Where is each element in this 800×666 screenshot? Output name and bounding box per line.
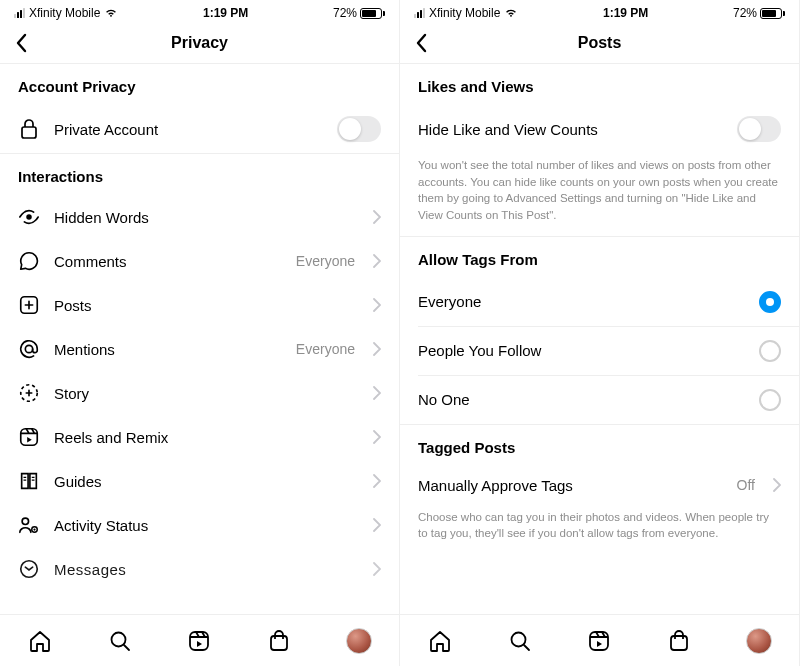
page-title: Posts [578, 34, 622, 52]
profile-avatar [346, 628, 372, 654]
svg-rect-15 [671, 636, 687, 650]
bottom-nav [0, 614, 399, 666]
svg-rect-14 [590, 632, 608, 650]
chevron-right-icon [373, 254, 381, 268]
phone-posts: Xfinity Mobile 1:19 PM 72% Posts Likes a… [400, 0, 800, 666]
hide-counts-help: You won't see the total number of likes … [400, 153, 799, 236]
nav-profile[interactable] [346, 628, 372, 654]
chevron-right-icon [773, 478, 781, 492]
tags-noone-row[interactable]: No One [400, 376, 799, 424]
mentions-value: Everyone [296, 341, 355, 357]
private-account-toggle[interactable] [337, 116, 381, 142]
chevron-right-icon [373, 474, 381, 488]
posts-row[interactable]: Posts [0, 283, 399, 327]
battery-icon [360, 8, 385, 19]
lock-icon [18, 118, 40, 140]
svg-point-8 [33, 528, 35, 530]
hidden-words-icon [18, 206, 40, 228]
signal-icon [414, 8, 425, 18]
chevron-right-icon [373, 386, 381, 400]
tags-noone-label: No One [418, 391, 470, 408]
svg-rect-5 [21, 429, 38, 446]
mentions-row[interactable]: Mentions Everyone [0, 327, 399, 371]
back-button[interactable] [408, 27, 434, 59]
section-account-privacy: Account Privacy [0, 64, 399, 105]
tags-everyone-label: Everyone [418, 293, 481, 310]
guides-row[interactable]: Guides [0, 459, 399, 503]
chevron-right-icon [373, 430, 381, 444]
private-account-label: Private Account [54, 121, 323, 138]
comments-value: Everyone [296, 253, 355, 269]
hide-counts-toggle[interactable] [737, 116, 781, 142]
hide-counts-label: Hide Like and View Counts [418, 121, 723, 138]
svg-rect-0 [22, 127, 36, 138]
mentions-icon [18, 338, 40, 360]
carrier-label: Xfinity Mobile [29, 6, 100, 20]
posts-content: Likes and Views Hide Like and View Count… [400, 64, 799, 666]
comment-icon [18, 250, 40, 272]
nav-shop[interactable] [666, 628, 692, 654]
private-account-row[interactable]: Private Account [0, 105, 399, 153]
carrier-label: Xfinity Mobile [429, 6, 500, 20]
chevron-right-icon [373, 518, 381, 532]
status-bar: Xfinity Mobile 1:19 PM 72% [0, 0, 399, 22]
chevron-right-icon [373, 562, 381, 576]
signal-icon [14, 8, 25, 18]
phone-privacy: Xfinity Mobile 1:19 PM 72% Privacy Accou… [0, 0, 400, 666]
tags-following-row[interactable]: People You Follow [400, 327, 799, 375]
section-likes-views: Likes and Views [400, 64, 799, 105]
posts-icon [18, 294, 40, 316]
svg-rect-11 [190, 632, 208, 650]
reels-row[interactable]: Reels and Remix [0, 415, 399, 459]
wifi-icon [104, 8, 118, 18]
reels-icon [18, 426, 40, 448]
nav-search[interactable] [507, 628, 533, 654]
tags-following-label: People You Follow [418, 342, 541, 359]
nav-profile[interactable] [746, 628, 772, 654]
battery-icon [760, 8, 785, 19]
chevron-right-icon [373, 298, 381, 312]
page-title: Privacy [171, 34, 228, 52]
tags-everyone-row[interactable]: Everyone [400, 278, 799, 326]
tagged-help: Choose who can tag you in their photos a… [400, 505, 799, 554]
status-bar: Xfinity Mobile 1:19 PM 72% [400, 0, 799, 22]
radio-unselected-icon [759, 389, 781, 411]
comments-row[interactable]: Comments Everyone [0, 239, 399, 283]
svg-point-3 [25, 345, 32, 352]
bottom-nav [400, 614, 799, 666]
battery-pct: 72% [333, 6, 357, 20]
section-allow-tags: Allow Tags From [400, 237, 799, 278]
guides-icon [18, 470, 40, 492]
section-interactions: Interactions [0, 154, 399, 195]
chevron-right-icon [373, 342, 381, 356]
chevron-right-icon [373, 210, 381, 224]
privacy-content: Account Privacy Private Account Interact… [0, 64, 399, 666]
story-icon [18, 382, 40, 404]
battery-pct: 72% [733, 6, 757, 20]
status-time: 1:19 PM [603, 6, 648, 20]
nav-search[interactable] [107, 628, 133, 654]
activity-icon [18, 514, 40, 536]
nav-home[interactable] [27, 628, 53, 654]
status-time: 1:19 PM [203, 6, 248, 20]
manually-approve-value: Off [737, 477, 755, 493]
hidden-words-row[interactable]: Hidden Words [0, 195, 399, 239]
messages-row[interactable]: Messages [0, 547, 399, 580]
nav-header: Posts [400, 22, 799, 64]
nav-reels[interactable] [186, 628, 212, 654]
profile-avatar [746, 628, 772, 654]
nav-home[interactable] [427, 628, 453, 654]
section-tagged-posts: Tagged Posts [400, 425, 799, 466]
nav-header: Privacy [0, 22, 399, 64]
nav-reels[interactable] [586, 628, 612, 654]
story-row[interactable]: Story [0, 371, 399, 415]
radio-unselected-icon [759, 340, 781, 362]
nav-shop[interactable] [266, 628, 292, 654]
manually-approve-row[interactable]: Manually Approve Tags Off [400, 466, 799, 505]
svg-point-1 [26, 214, 32, 220]
messages-icon [18, 558, 40, 580]
activity-status-row[interactable]: Activity Status [0, 503, 399, 547]
radio-selected-icon [759, 291, 781, 313]
hide-counts-row[interactable]: Hide Like and View Counts [400, 105, 799, 153]
back-button[interactable] [8, 27, 34, 59]
